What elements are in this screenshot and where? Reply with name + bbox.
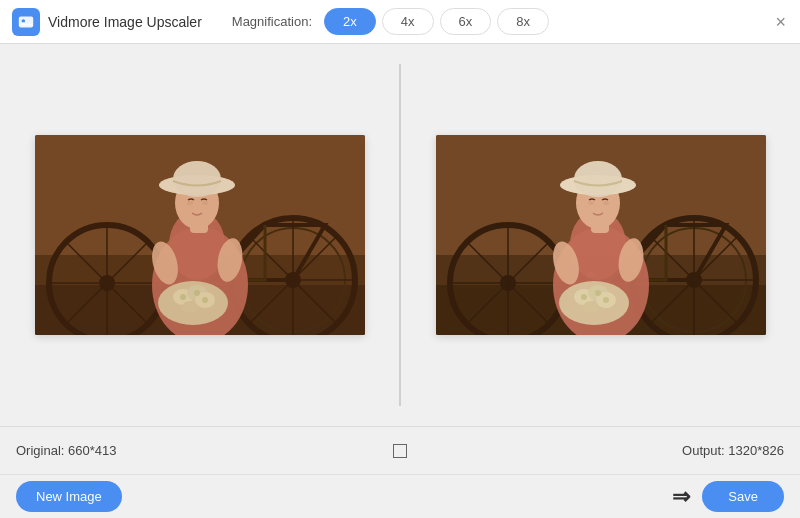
bottom-bar: New Image ⇒ Save	[0, 474, 800, 518]
save-button[interactable]: Save	[702, 481, 784, 512]
arrow-icon: ⇒	[672, 484, 690, 510]
app-title: Vidmore Image Upscaler	[48, 14, 202, 30]
output-image-panel	[401, 44, 800, 426]
mag-6x-button[interactable]: 6x	[440, 8, 492, 35]
svg-rect-81	[436, 135, 766, 335]
mag-2x-button[interactable]: 2x	[324, 8, 376, 35]
expand-icon-container	[370, 444, 430, 458]
app-logo	[12, 8, 40, 36]
mag-8x-button[interactable]: 8x	[497, 8, 549, 35]
original-image-panel	[0, 44, 399, 426]
mag-4x-button[interactable]: 4x	[382, 8, 434, 35]
expand-icon	[393, 444, 407, 458]
new-image-button[interactable]: New Image	[16, 481, 122, 512]
output-photo-frame	[436, 135, 766, 335]
close-button[interactable]: ×	[775, 13, 786, 31]
info-bar: Original: 660*413 Output: 1320*826	[0, 426, 800, 474]
original-photo	[35, 135, 365, 335]
magnification-buttons: 2x 4x 6x 8x	[324, 8, 549, 35]
original-info: Original: 660*413	[16, 443, 370, 458]
output-photo	[436, 135, 766, 335]
bottom-right-actions: ⇒ Save	[672, 481, 784, 512]
original-photo-frame	[35, 135, 365, 335]
main-content	[0, 44, 800, 426]
title-bar: Vidmore Image Upscaler Magnification: 2x…	[0, 0, 800, 44]
output-info: Output: 1320*826	[430, 443, 784, 458]
svg-rect-0	[19, 16, 33, 27]
svg-rect-41	[35, 135, 365, 335]
magnification-label: Magnification:	[232, 14, 312, 29]
